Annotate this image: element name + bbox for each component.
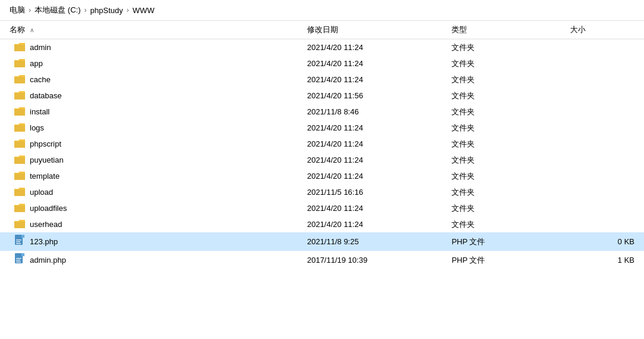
folder-icon xyxy=(14,74,25,85)
svg-rect-19 xyxy=(14,109,25,116)
sort-arrow-icon: ∧ xyxy=(30,27,34,33)
php-file-icon xyxy=(14,253,25,267)
file-name-cell: upload xyxy=(0,184,302,200)
file-name-text: admin.php xyxy=(30,256,66,265)
breadcrumb-sep-1: › xyxy=(29,6,31,14)
file-name-text: puyuetian xyxy=(30,155,63,164)
file-size-cell xyxy=(565,168,644,184)
file-type-cell: 文件夹 xyxy=(447,168,565,184)
folder-icon xyxy=(14,154,25,166)
file-name-text: admin xyxy=(30,43,51,52)
breadcrumb-part-www: WWW xyxy=(132,6,154,15)
table-row[interactable]: admin2021/4/20 11:24文件夹 xyxy=(0,39,644,56)
file-size-cell: 1 KB xyxy=(565,251,644,269)
col-header-name[interactable]: 名称 ∧ xyxy=(0,21,302,39)
svg-rect-27 xyxy=(14,141,25,148)
svg-rect-54 xyxy=(21,253,24,256)
file-name-text: logs xyxy=(30,123,44,132)
file-name-text: uploadfiles xyxy=(30,204,67,213)
table-row[interactable]: install2021/11/8 8:46文件夹 xyxy=(0,104,644,120)
file-name-text: install xyxy=(30,107,49,116)
table-row[interactable]: phpscript2021/4/20 11:24文件夹 xyxy=(0,136,644,152)
table-row[interactable]: uploadfiles2021/4/20 11:24文件夹 xyxy=(0,200,644,216)
file-type-cell: 文件夹 xyxy=(447,71,565,88)
svg-rect-35 xyxy=(14,173,25,180)
table-row[interactable]: logs2021/4/20 11:24文件夹 xyxy=(0,120,644,136)
file-date-cell: 2021/11/5 16:16 xyxy=(302,184,447,200)
folder-icon xyxy=(14,170,25,182)
file-date-cell: 2021/11/8 8:46 xyxy=(302,104,447,120)
file-size-cell xyxy=(565,200,644,216)
file-name-cell: userhead xyxy=(0,216,302,232)
table-row[interactable]: 123.php2021/11/8 9:25PHP 文件0 KB xyxy=(0,232,644,251)
file-name-cell: template xyxy=(0,168,302,184)
file-size-cell xyxy=(565,71,644,88)
svg-rect-55 xyxy=(16,258,21,259)
file-name-cell: admin xyxy=(0,39,302,56)
file-date-cell: 2021/4/20 11:24 xyxy=(302,216,447,232)
file-size-cell xyxy=(565,120,644,136)
breadcrumb-sep-3: › xyxy=(126,6,129,14)
file-date-cell: 2021/4/20 11:24 xyxy=(302,71,447,88)
breadcrumb-part-phpstudy[interactable]: phpStudy xyxy=(90,6,123,15)
file-name-cell: puyuetian xyxy=(0,152,302,168)
file-date-cell: 2017/11/19 10:39 xyxy=(302,251,447,269)
breadcrumb-part-drive[interactable]: 本地磁盘 (C:) xyxy=(35,5,80,15)
table-header-row: 名称 ∧ 修改日期 类型 大小 xyxy=(0,21,644,39)
file-type-cell: 文件夹 xyxy=(447,152,565,168)
svg-rect-39 xyxy=(14,189,25,196)
file-date-cell: 2021/4/20 11:24 xyxy=(302,39,447,56)
breadcrumb-sep-2: › xyxy=(84,6,86,14)
file-size-cell: 0 KB xyxy=(565,232,644,251)
svg-rect-31 xyxy=(14,157,25,164)
file-name-cell: database xyxy=(0,88,302,104)
file-name-text: 123.php xyxy=(30,237,58,246)
svg-rect-11 xyxy=(14,77,25,83)
table-row[interactable]: puyuetian2021/4/20 11:24文件夹 xyxy=(0,152,644,168)
file-name-text: app xyxy=(30,59,43,68)
file-size-cell xyxy=(565,184,644,200)
svg-rect-56 xyxy=(16,260,20,261)
file-type-cell: 文件夹 xyxy=(447,88,565,104)
folder-icon xyxy=(14,186,25,198)
svg-rect-52 xyxy=(16,243,21,244)
folder-icon xyxy=(14,58,25,69)
table-row[interactable]: userhead2021/4/20 11:24文件夹 xyxy=(0,216,644,232)
table-row[interactable]: cache2021/4/20 11:24文件夹 xyxy=(0,71,644,88)
col-header-date[interactable]: 修改日期 xyxy=(302,21,447,39)
file-name-text: cache xyxy=(30,75,51,84)
svg-rect-23 xyxy=(14,125,25,132)
table-row[interactable]: upload2021/11/5 16:16文件夹 xyxy=(0,184,644,200)
file-name-text: database xyxy=(30,91,62,100)
file-name-cell: app xyxy=(0,55,302,71)
breadcrumb: 电脑 › 本地磁盘 (C:) › phpStudy › WWW xyxy=(0,0,644,21)
table-row[interactable]: database2021/4/20 11:56文件夹 xyxy=(0,88,644,104)
col-header-type[interactable]: 类型 xyxy=(447,21,565,39)
svg-rect-3 xyxy=(14,45,25,51)
file-name-cell: admin.php xyxy=(0,251,302,269)
table-row[interactable]: admin.php2017/11/19 10:39PHP 文件1 KB xyxy=(0,251,644,269)
table-row[interactable]: template2021/4/20 11:24文件夹 xyxy=(0,168,644,184)
file-type-cell: 文件夹 xyxy=(447,184,565,200)
file-type-cell: 文件夹 xyxy=(447,216,565,232)
file-size-cell xyxy=(565,88,644,104)
file-date-cell: 2021/4/20 11:24 xyxy=(302,152,447,168)
file-type-cell: PHP 文件 xyxy=(447,251,565,269)
file-date-cell: 2021/4/20 11:56 xyxy=(302,88,447,104)
file-name-text: phpscript xyxy=(30,139,61,148)
file-type-cell: 文件夹 xyxy=(447,200,565,216)
file-name-cell: cache xyxy=(0,71,302,88)
file-date-cell: 2021/4/20 11:24 xyxy=(302,55,447,71)
file-size-cell xyxy=(565,39,644,56)
file-size-cell xyxy=(565,104,644,120)
file-name-cell: logs xyxy=(0,120,302,136)
file-date-cell: 2021/11/8 9:25 xyxy=(302,232,447,251)
folder-icon xyxy=(14,219,25,230)
breadcrumb-part-computer[interactable]: 电脑 xyxy=(10,5,25,15)
table-row[interactable]: app2021/4/20 11:24文件夹 xyxy=(0,55,644,71)
svg-rect-7 xyxy=(14,61,25,67)
folder-icon xyxy=(14,138,25,150)
file-date-cell: 2021/4/20 11:24 xyxy=(302,120,447,136)
file-type-cell: 文件夹 xyxy=(447,104,565,120)
col-header-size[interactable]: 大小 xyxy=(565,21,644,39)
